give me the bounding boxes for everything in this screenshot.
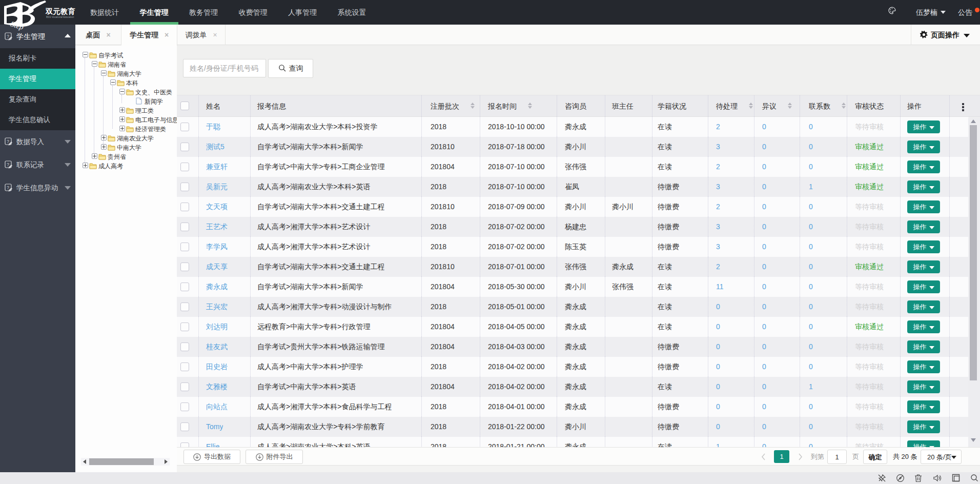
- svg-text:?: ?: [7, 185, 9, 190]
- svg-text:?: ?: [7, 162, 9, 167]
- svg-text:?: ?: [7, 34, 9, 39]
- svg-text:?: ?: [7, 139, 9, 144]
- svg-text:Step: Step: [10, 19, 25, 31]
